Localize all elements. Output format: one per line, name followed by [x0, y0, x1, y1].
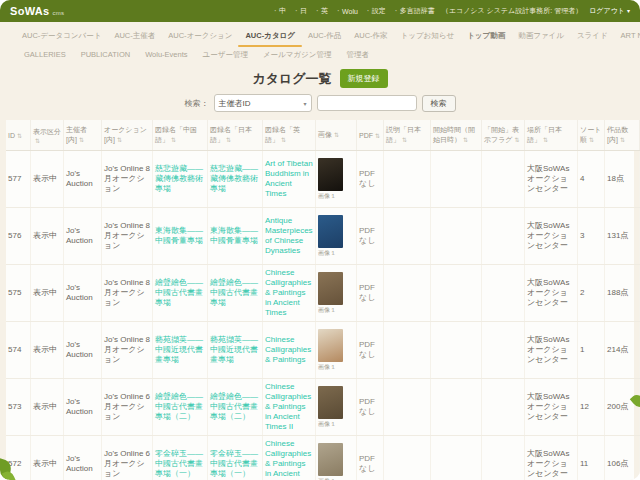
catalog-title-link-cn[interactable]: 慈悲遊藏——藏傳佛教藝術專場: [155, 164, 203, 193]
top-link[interactable]: ・ Wolu: [335, 6, 358, 16]
column-header[interactable]: 図録名「英語」⇅: [263, 120, 316, 151]
cell-start-time: [431, 379, 482, 436]
search-category-select[interactable]: 主催者ID ▾: [214, 94, 312, 112]
search-button[interactable]: 検索: [422, 95, 456, 112]
cell-display-status: 表示中: [31, 322, 64, 379]
thumbnail-caption: 画像１: [318, 421, 354, 429]
catalog-title-link-cn[interactable]: 繪聲繪色——中國古代書畫專場: [155, 278, 203, 307]
catalog-title-link-jp[interactable]: 零金碎玉——中國古代書畫專場（一）: [210, 449, 258, 478]
sort-icon: ⇅: [463, 137, 468, 143]
sort-icon: ⇅: [402, 137, 407, 143]
table-row: 575 表示中 Jo's Auction Jo's Online 8月オークショ…: [6, 265, 640, 322]
top-link[interactable]: ・ 多言語辞書: [393, 6, 435, 16]
top-link[interactable]: ・ 設定: [365, 6, 386, 16]
cell-organizer: Jo's Auction: [64, 151, 102, 208]
cell-start-time: [431, 265, 482, 322]
catalog-table: ID⇅ 表示区分⇅ 主催者[内]⇅ オークション[内]⇅ 図録名「中国語」⇅ 図…: [6, 120, 640, 480]
nav-tab[interactable]: AUC-データコンバート: [22, 31, 101, 41]
catalog-thumbnail[interactable]: [318, 272, 343, 305]
cell-organizer: Jo's Auction: [64, 436, 102, 480]
catalog-thumbnail[interactable]: [318, 443, 343, 476]
column-header[interactable]: ソート順⇅: [578, 120, 605, 151]
main-navigation: AUC-データコンバートAUC-主催者AUC-オークションAUC-カタログAUC…: [0, 22, 640, 60]
cell-location: 大阪SoWAsオークションセンター: [525, 436, 578, 480]
nav-tab[interactable]: GALLERIES: [24, 50, 66, 60]
column-header[interactable]: 図録名「中国語」⇅: [153, 120, 208, 151]
nav-tab[interactable]: AUC-作家: [354, 31, 387, 41]
table-row: 574 表示中 Jo's Auction Jo's Online 8月オークショ…: [6, 322, 640, 379]
cell-description: [384, 265, 431, 322]
catalog-title-link-jp[interactable]: 繪聲繪色——中國古代書畫專場: [210, 278, 258, 307]
thumbnail-caption: 画像１: [318, 364, 354, 372]
catalog-title-link-cn[interactable]: 東海散集——中國骨董專場: [155, 226, 203, 245]
table-row: 573 表示中 Jo's Auction Jo's Online 6月オークショ…: [6, 379, 640, 436]
catalog-title-link-jp[interactable]: 繪聲繪色——中國古代書畫專場（二）: [210, 392, 258, 421]
column-header[interactable]: 図録名「日本語」⇅: [208, 120, 263, 151]
catalog-title-link-cn[interactable]: 零金碎玉——中國古代書畫專場（一）: [155, 449, 203, 478]
top-header-bar: SoWAscms ・ 中 ・ 日 ・ 英 ・ Wolu ・ 設定 ・ 多言語辞書…: [0, 0, 640, 22]
bullet-icon: ・: [293, 7, 299, 16]
title-row: カタログ一覧 新規登録: [0, 69, 640, 88]
nav-tab[interactable]: トップお知らせ: [401, 31, 455, 41]
nav-tab[interactable]: PUBLICATION: [81, 50, 130, 60]
catalog-title-link-jp[interactable]: 藝苑擷英——中國近現代書畫專場: [210, 335, 258, 364]
nav-tab[interactable]: スライド: [577, 31, 608, 41]
catalog-title-link-en[interactable]: Antique Masterpieces of Chinese Dynastie…: [265, 216, 313, 255]
cell-location: 大阪SoWAsオークションセンター: [525, 379, 578, 436]
catalog-title-link-cn[interactable]: 藝苑擷英——中國近現代書畫專場: [155, 335, 203, 364]
catalog-title-link-jp[interactable]: 東海散集——中國骨董專場: [210, 226, 258, 245]
catalog-title-link-jp[interactable]: 慈悲遊藏——藏傳佛教藝術專場: [210, 164, 258, 193]
catalog-title-link-en[interactable]: Chinese Calligraphies & Paintings: [265, 335, 311, 364]
column-header[interactable]: 画像⇅: [316, 120, 357, 151]
account-label: （エコノシス システム設計事務所: 管理者）: [442, 6, 582, 16]
sort-icon: ⇅: [79, 137, 84, 143]
catalog-title-link-en[interactable]: Art of Tibetan Buddhism in Ancient Times: [265, 159, 313, 198]
logout-button[interactable]: ログアウト▾: [589, 6, 630, 16]
catalog-thumbnail[interactable]: [318, 215, 343, 248]
nav-tab[interactable]: Wolu-Events: [145, 50, 187, 60]
column-header[interactable]: 主催者[内]⇅: [64, 120, 102, 151]
column-header[interactable]: 開始時間（開始日時）⇅: [431, 120, 482, 151]
nav-tab[interactable]: 動画ファイル: [518, 31, 564, 41]
top-link[interactable]: ・ 日: [293, 6, 307, 16]
cell-item-count: 106点: [605, 436, 640, 480]
catalog-title-link-cn[interactable]: 繪聲繪色——中國古代書畫專場（二）: [155, 392, 203, 421]
nav-tab[interactable]: AUC-主催者: [114, 31, 155, 41]
cell-display-status: 表示中: [31, 151, 64, 208]
cell-location: 大阪SoWAsオークションセンター: [525, 151, 578, 208]
catalog-thumbnail[interactable]: [318, 158, 343, 191]
column-header[interactable]: 表示区分⇅: [31, 120, 64, 151]
sort-icon: ⇅: [620, 137, 625, 143]
nav-tab[interactable]: ユーザー管理: [203, 50, 248, 60]
column-header[interactable]: ID⇅: [6, 120, 31, 151]
catalog-thumbnail[interactable]: [318, 386, 343, 419]
nav-tab[interactable]: AUC-オークション: [168, 31, 232, 41]
column-header[interactable]: オークション[内]⇅: [102, 120, 153, 151]
top-link[interactable]: ・ 中: [272, 6, 286, 16]
cell-description: [384, 322, 431, 379]
nav-tab[interactable]: ART NEWS: [621, 31, 640, 41]
top-link[interactable]: ・ 英: [314, 6, 328, 16]
new-catalog-button[interactable]: 新規登録: [340, 69, 388, 88]
nav-tab[interactable]: AUC-カタログ: [245, 31, 294, 41]
cell-display-status: 表示中: [31, 379, 64, 436]
nav-tab[interactable]: トップ動画: [467, 31, 505, 41]
column-header[interactable]: 場所「日本語」⇅: [525, 120, 578, 151]
search-input[interactable]: [317, 95, 417, 111]
catalog-thumbnail[interactable]: [318, 329, 343, 362]
catalog-title-link-en[interactable]: Chinese Calligraphies & Paintings in Anc…: [265, 439, 311, 480]
search-label: 検索：: [185, 98, 209, 109]
catalog-title-link-en[interactable]: Chinese Calligraphies & Paintings in Anc…: [265, 268, 311, 317]
cell-id: 575: [6, 265, 31, 322]
brand-logo[interactable]: SoWAscms: [10, 5, 64, 17]
catalog-title-link-en[interactable]: Chinese Calligraphies & Paintings in Anc…: [265, 382, 311, 431]
column-header[interactable]: 説明「日本語」⇅: [384, 120, 431, 151]
nav-tab[interactable]: AUC-作品: [308, 31, 341, 41]
column-header[interactable]: PDF⇅: [357, 120, 384, 151]
cell-id: 577: [6, 151, 31, 208]
column-header[interactable]: 作品数[内]⇅: [605, 120, 640, 151]
nav-tab[interactable]: メールマガジン管理: [263, 50, 332, 60]
column-header[interactable]: 「開始」表示フラグ⇅: [482, 120, 525, 151]
sort-icon: ⇅: [117, 137, 122, 143]
nav-tab[interactable]: 管理者: [346, 50, 369, 60]
